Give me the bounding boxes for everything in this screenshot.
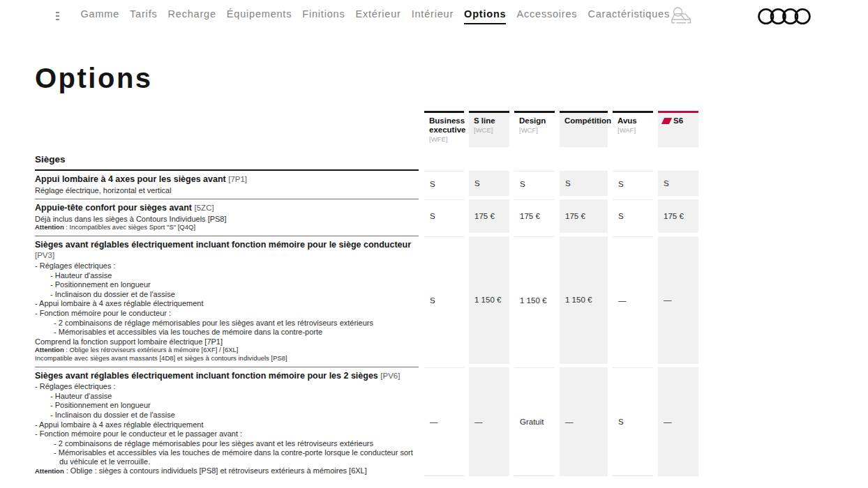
hamburger-menu-icon[interactable] (56, 12, 59, 20)
table-row: Sièges avant réglables électriquement in… (35, 236, 703, 367)
option-value-cell: 1 150 € (469, 236, 509, 364)
option-value-cell: 1 150 € (514, 236, 555, 364)
option-value-cell: S (514, 171, 555, 196)
option-value-cell: S (424, 171, 464, 196)
nav-item-gamme[interactable]: Gamme (80, 8, 119, 24)
option-code: [PV6] (380, 372, 400, 380)
option-value-cell: S (424, 236, 464, 364)
trim-name: Compétition (564, 116, 603, 125)
option-warning-line: Attention : Oblige : sièges à contours i… (35, 466, 419, 475)
option-description-line: - Fonction mémoire pour le conducteur et… (35, 429, 419, 438)
option-description-line: - Mémorisables et accessibles via les to… (35, 328, 419, 336)
nav-item-recharge[interactable]: Recharge (168, 8, 216, 24)
option-warning-line: Attention : Incompatibles avec sièges Sp… (35, 224, 419, 231)
option-description-line: - Réglages électriques : (35, 382, 419, 390)
option-value-cell: S (658, 171, 698, 196)
nav-item-tarifs[interactable]: Tarifs (130, 8, 157, 24)
column-header: Business executive[WFE] (424, 111, 464, 147)
option-description-line: - Inclinaison du dossier et de l'assise (35, 411, 419, 419)
trim-name: S6 (663, 116, 694, 125)
option-value-cell: 175 € (469, 199, 509, 233)
trim-code: [WCE] (474, 126, 504, 134)
option-description-line: - Hauteur d'assise (35, 392, 419, 400)
nav-right (670, 6, 868, 26)
option-description-line: - Appui lombaire à 4 axes réglable élect… (35, 420, 419, 429)
top-navigation: GammeTarifsRechargeÉquipementsFinitionsE… (0, 0, 868, 32)
option-value-cell: S (613, 199, 653, 233)
column-header: Avus[WAF] (613, 111, 653, 147)
trim-name: S line (474, 116, 504, 125)
column-header: S6 (658, 111, 698, 147)
option-value-cell: — (613, 236, 653, 364)
page-title: Options (35, 63, 868, 94)
nav-item-accessoires[interactable]: Accessoires (516, 8, 577, 24)
option-value-cell: S (424, 199, 464, 233)
option-code: [7P1] (228, 175, 247, 183)
car-search-icon[interactable] (670, 6, 692, 26)
option-description-line: - Fonction mémoire pour le conducteur : (35, 309, 419, 317)
column-header: S line[WCE] (469, 111, 509, 147)
trim-code: [WFE] (429, 135, 459, 143)
nav-item-equipements[interactable]: Équipements (227, 8, 292, 24)
option-description-line: - Hauteur d'assise (35, 271, 419, 280)
option-title: Sièges avant réglables électriquement in… (35, 240, 419, 261)
option-description-line: - Appui lombaire à 4 axes réglable élect… (35, 299, 419, 307)
table-rows: Appui lombaire à 4 axes pour les sièges … (35, 171, 703, 479)
option-value-cell: — (658, 367, 698, 476)
nav-item-exterieur[interactable]: Extérieur (355, 8, 401, 24)
options-table: Business executive[WFE]S line[WCE]Design… (35, 111, 703, 480)
nav-item-finitions[interactable]: Finitions (302, 8, 345, 24)
option-value-cell: S (560, 171, 608, 196)
attention-label: Attention (35, 346, 64, 353)
attention-label: Attention (35, 467, 64, 475)
option-value-cell: — (424, 367, 464, 476)
header-spacer (35, 111, 419, 147)
table-row: Sièges avant réglables électriquement in… (35, 367, 703, 480)
s-model-badge-icon (661, 118, 672, 124)
option-title: Sièges avant réglables électriquement in… (35, 371, 419, 381)
option-value-cell: 175 € (560, 199, 608, 233)
option-label: Appui lombaire à 4 axes pour les sièges … (35, 171, 419, 199)
option-title: Appuie-tête confort pour sièges avant [5… (35, 203, 419, 213)
option-description-line: - Réglages électriques : (35, 261, 419, 270)
option-description-line: Déjà inclus dans les sièges à Contours I… (35, 215, 419, 223)
trim-code: [WAF] (618, 126, 648, 134)
option-label: Sièges avant réglables électriquement in… (35, 367, 419, 480)
nav-item-caracteristiques[interactable]: Caractéristiques (588, 8, 670, 24)
option-value-cell: — (658, 236, 698, 364)
nav-item-options[interactable]: Options (464, 8, 506, 24)
table-row: Appuie-tête confort pour sièges avant [5… (35, 199, 703, 236)
option-description-line: Réglage électrique, horizontal et vertic… (35, 186, 419, 195)
option-label: Sièges avant réglables électriquement in… (35, 236, 419, 367)
option-description-line: - 2 combinaisons de réglage mémorisables… (35, 319, 419, 327)
nav-item-interieur[interactable]: Intérieur (412, 8, 454, 24)
option-description-line: - Positionnement en longueur (35, 401, 419, 409)
option-description-line: Comprend la fonction support lombaire él… (35, 337, 419, 346)
option-value-cell: S (613, 367, 653, 476)
column-header: Design[WCF] (514, 111, 555, 147)
option-value-cell: 175 € (514, 199, 555, 233)
trim-code: [WCF] (519, 126, 550, 134)
option-label: Appuie-tête confort pour sièges avant [5… (35, 199, 419, 236)
option-title: Appui lombaire à 4 axes pour les sièges … (35, 174, 419, 185)
section-title: Sièges (35, 154, 419, 171)
option-value-cell: Gratuit (514, 367, 555, 476)
option-description-line: - 2 combinaisons de réglage mémorisables… (35, 439, 419, 448)
option-code: [5ZC] (195, 204, 214, 212)
trim-name: Business executive (429, 116, 459, 135)
option-value-cell: 1 150 € (560, 236, 608, 364)
attention-label: Attention (35, 223, 64, 231)
audi-rings-logo[interactable] (758, 8, 811, 25)
trim-name: Design (519, 116, 550, 125)
column-header: Compétition (560, 111, 608, 147)
option-description-line: Incompatible avec sièges avant massants … (35, 355, 419, 362)
option-description-line: - Mémorisables et accessibles via les to… (35, 448, 419, 465)
option-warning-line: Attention : Oblige les rétroviseurs exté… (35, 346, 419, 353)
option-description-line: - Inclinaison du dossier et de l'assise (35, 290, 419, 298)
table-row: Appui lombaire à 4 axes pour les sièges … (35, 171, 703, 199)
option-value-cell: S (613, 171, 653, 196)
nav-items: GammeTarifsRechargeÉquipementsFinitionsE… (80, 8, 670, 24)
option-code: [PV3] (35, 251, 54, 259)
option-value-cell: S (469, 171, 509, 196)
option-value-cell: — (469, 367, 509, 476)
